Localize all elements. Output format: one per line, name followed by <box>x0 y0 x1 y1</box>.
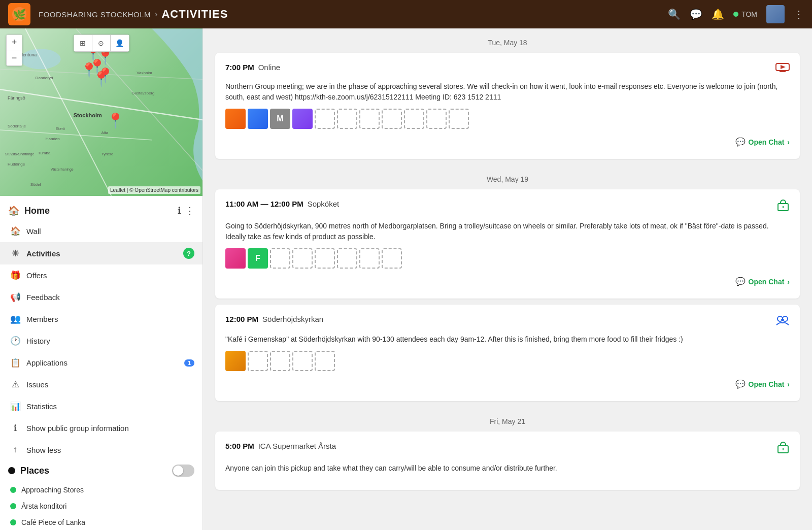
avatar-slot-empty[interactable] <box>315 248 335 269</box>
place-item-approaching-stores[interactable]: Approaching Stores <box>8 482 194 498</box>
svg-text:Handen: Handen <box>46 137 60 141</box>
activity-type-icon-2 <box>776 200 790 216</box>
avatar-slot-empty[interactable] <box>359 109 380 129</box>
card-footer-1: 💬 Open Chat › <box>225 135 790 149</box>
chat-bubble-icon: 💬 <box>735 379 746 389</box>
svg-text:Gustavsberg: Gustavsberg <box>131 91 154 95</box>
sidebar-item-issues[interactable]: ⚠ Issues <box>0 374 202 395</box>
avatar-slot-empty[interactable] <box>315 351 335 371</box>
user-profile[interactable]: TOM <box>733 10 757 18</box>
avatar[interactable] <box>766 5 785 23</box>
avatar-slot-letter: M <box>270 109 290 129</box>
wall-label: Wall <box>26 227 194 236</box>
svg-text:Västerhaninge: Västerhaninge <box>51 168 74 172</box>
avatar-photo <box>225 351 246 371</box>
avatar-slot-empty[interactable] <box>382 248 402 269</box>
sidebar-item-feedback[interactable]: 📢 Feedback <box>0 286 202 308</box>
map-pin[interactable]: 📍 <box>107 112 124 129</box>
notifications-icon[interactable]: 🔔 <box>712 8 724 20</box>
svg-text:Stockholm: Stockholm <box>74 112 102 118</box>
card-header-3: 12:00 PM Söderhöjdskyrkan <box>225 315 790 329</box>
svg-marker-25 <box>781 65 786 69</box>
sidebar-item-activities[interactable]: ✳ Activities ? <box>0 242 202 264</box>
date-separator-1: Tue, May 18 <box>215 28 800 53</box>
activity-type-icon-1 <box>775 63 790 76</box>
avatar-slot-empty[interactable] <box>270 248 290 269</box>
sidebar-item-applications[interactable]: 📋 Applications 1 <box>0 352 202 374</box>
svg-text:Tumba: Tumba <box>38 151 51 155</box>
show-public-label: Show public group information <box>26 424 194 433</box>
avatar-slot-empty[interactable] <box>359 248 380 269</box>
avatar-slot-empty[interactable] <box>426 109 447 129</box>
places-toggle-knob <box>173 466 183 476</box>
sidebar-item-history[interactable]: 🕐 History <box>0 330 202 352</box>
activity-description-2: Going to Söderhöjdskyrkan, 900 metres no… <box>225 221 790 242</box>
map-tool-circle[interactable]: ⊙ <box>92 35 111 51</box>
avatar-slot-empty[interactable] <box>404 109 424 129</box>
svg-text:Ekerö: Ekerö <box>56 127 65 130</box>
history-icon: 🕐 <box>10 336 20 346</box>
avatar-slot-empty[interactable] <box>337 109 357 129</box>
zoom-out-button[interactable]: − <box>7 50 22 65</box>
activity-description-3: "Kafé i Gemenskap" at Söderhöjdskyrkan w… <box>225 334 790 345</box>
content-area: Tue, May 18 7:00 PM Online Norther <box>203 28 812 530</box>
open-chat-button-1[interactable]: 💬 Open Chat › <box>735 135 790 149</box>
svg-text:Danderyd: Danderyd <box>36 76 53 80</box>
show-public-icon: ℹ <box>10 423 20 434</box>
places-section: Places Approaching Stores Årsta konditor… <box>0 460 202 530</box>
date-separator-3: Fri, May 21 <box>215 407 800 432</box>
avatar-slot-empty[interactable] <box>292 248 313 269</box>
offers-icon: 🎁 <box>10 270 20 281</box>
avatar-slot-letter: F <box>248 248 268 269</box>
sidebar-item-statistics[interactable]: 📊 Statistics <box>0 395 202 417</box>
avatar-slot-empty[interactable] <box>248 351 268 371</box>
places-toggle[interactable] <box>172 465 194 477</box>
activities-label: Activities <box>26 249 177 258</box>
nav-section-actions: ℹ ⋮ <box>178 205 194 216</box>
chat-icon[interactable]: 💬 <box>690 8 702 20</box>
svg-text:Färingsö: Färingsö <box>8 95 25 101</box>
breadcrumb-chevron: › <box>155 10 157 19</box>
places-dot-icon <box>8 467 15 474</box>
card-time-title-3: 12:00 PM Söderhöjdskyrkan <box>225 315 323 323</box>
sidebar-item-members[interactable]: 👥 Members <box>0 308 202 330</box>
sidebar-item-show-public[interactable]: ℹ Show public group information <box>0 417 202 439</box>
activities-help[interactable]: ? <box>183 248 194 259</box>
zoom-in-button[interactable]: + <box>7 35 22 50</box>
map-pin[interactable]: 📍 <box>96 67 114 84</box>
card-time-title-4: 5:00 PM ICA Supermarket Årsta <box>225 442 336 450</box>
open-chat-button-3[interactable]: 💬 Open Chat › <box>735 377 790 391</box>
map-tool-grid[interactable]: ⊞ <box>74 35 92 51</box>
map-background: Sollentuna Danderyd Färingsö Stockholm V… <box>0 28 202 196</box>
place-item-arsta-konditori[interactable]: Årsta konditori <box>8 498 194 514</box>
top-navigation: 🌿 FOODSHARING STOCKHOLM › ACTIVITIES 🔍 💬… <box>0 0 812 28</box>
activity-description-1: Northern Group meeting; we are in the ph… <box>225 81 790 103</box>
open-chat-button-2[interactable]: 💬 Open Chat › <box>735 275 790 288</box>
more-options-icon[interactable]: ⋮ <box>185 205 194 216</box>
info-icon[interactable]: ℹ <box>178 205 181 216</box>
avatar-slot-empty[interactable] <box>270 351 290 371</box>
statistics-label: Statistics <box>26 402 194 411</box>
group-name[interactable]: FOODSHARING STOCKHOLM <box>39 10 151 19</box>
sidebar-item-show-less[interactable]: ↑ Show less <box>0 439 202 460</box>
nav-section-header: 🏠 Home ℹ ⋮ <box>0 200 202 220</box>
place-item-cafe-piece[interactable]: Café Piece of Lanka <box>8 514 194 530</box>
svg-text:Alta: Alta <box>101 130 109 135</box>
app-logo[interactable]: 🌿 <box>8 3 30 25</box>
map-tool-person[interactable]: 👤 <box>111 35 129 51</box>
avatar-slot-empty[interactable] <box>337 248 357 269</box>
avatar-slot-empty[interactable] <box>292 351 313 371</box>
activity-location-1: Online <box>258 63 280 72</box>
search-icon[interactable]: 🔍 <box>668 8 681 20</box>
avatar-slot-empty[interactable] <box>315 109 335 129</box>
navigation-menu: 🏠 Home ℹ ⋮ 🏠 Wall ✳ Activities ? 🎁 <box>0 196 202 530</box>
chevron-right-icon: › <box>787 278 790 286</box>
avatar-slot-empty[interactable] <box>382 109 402 129</box>
place-label: Café Piece of Lanka <box>21 518 85 526</box>
sidebar: Sollentuna Danderyd Färingsö Stockholm V… <box>0 28 203 530</box>
sidebar-item-offers[interactable]: 🎁 Offers <box>0 264 202 286</box>
avatar-photo <box>225 248 246 269</box>
more-menu-icon[interactable]: ⋮ <box>794 8 804 20</box>
sidebar-item-wall[interactable]: 🏠 Wall <box>0 220 202 242</box>
avatar-slot-empty[interactable] <box>449 109 469 129</box>
